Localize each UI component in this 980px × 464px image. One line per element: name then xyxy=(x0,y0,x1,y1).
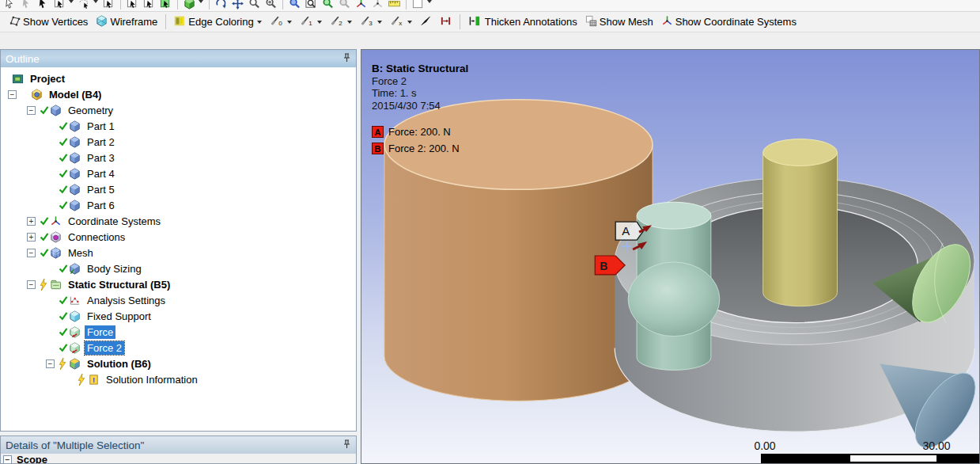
collapse-icon[interactable]: − xyxy=(8,90,17,99)
collapse-icon[interactable]: − xyxy=(27,106,36,115)
color-swatch-button[interactable] xyxy=(410,0,434,12)
tree-item-part-2[interactable]: Part 2 xyxy=(1,134,356,150)
tree-item-force-2[interactable]: Force 2 xyxy=(1,340,356,356)
show-vertices-button[interactable]: Show Vertices xyxy=(5,13,92,31)
tree-item-mesh[interactable]: −Mesh xyxy=(1,245,356,261)
edge-icon: x xyxy=(390,14,404,29)
ruler-button[interactable] xyxy=(386,0,403,12)
expand-icon[interactable]: + xyxy=(27,217,36,226)
dart-button[interactable] xyxy=(416,13,436,31)
tree-item-coordinate-systems[interactable]: +Coordinate Systems xyxy=(1,213,356,229)
show-coordinate-systems-label: Show Coordinate Systems xyxy=(675,16,796,28)
part-teal-cylinder[interactable] xyxy=(628,202,720,370)
tree-item-part-6[interactable]: Part 6 xyxy=(1,197,356,213)
status-check-icon xyxy=(40,232,49,242)
static-icon xyxy=(50,279,62,291)
analysis-icon xyxy=(69,295,81,306)
cube-select-green-button[interactable] xyxy=(181,0,206,12)
box-select-green-button[interactable] xyxy=(157,0,174,12)
rotate-icon xyxy=(215,0,227,12)
tree-item-body-sizing[interactable]: Body Sizing xyxy=(1,261,356,276)
tree-item-solution-b6[interactable]: −Solution (B6) xyxy=(1,356,356,371)
edge-icon: 2 xyxy=(330,14,344,29)
wireframe-button[interactable]: Wireframe xyxy=(92,13,161,31)
toolbar-separator xyxy=(406,0,407,10)
viewport-3d[interactable]: A B B: Static Structural Force 2 xyxy=(361,49,980,464)
tree-item-label: Solution (B6) xyxy=(85,357,153,371)
toolbar-gap xyxy=(0,32,980,49)
part-yellow-cylinder[interactable] xyxy=(763,139,838,306)
toolbar-separator xyxy=(177,0,178,10)
tree-item-force[interactable]: Force xyxy=(1,324,356,340)
edgex-button[interactable]: x xyxy=(386,13,416,31)
fixed-support-icon xyxy=(69,310,81,322)
edge3-button[interactable]: 3 xyxy=(356,13,386,31)
expand-icon[interactable]: + xyxy=(27,233,36,242)
show-coordinate-systems-button[interactable]: Show Coordinate Systems xyxy=(657,13,800,31)
toolbar-graphics: Show VerticesWireframeEdge Coloring0123x… xyxy=(0,12,980,32)
tree-item-connections[interactable]: +Connections xyxy=(1,229,356,245)
triad-gray-button[interactable] xyxy=(369,0,386,12)
tree-item-part-5[interactable]: Part 5 xyxy=(1,181,356,197)
triad-gray-icon xyxy=(372,0,384,12)
collapse-icon[interactable]: − xyxy=(27,280,36,289)
zoom-box-blue-icon xyxy=(289,0,301,12)
pan-button[interactable] xyxy=(229,0,246,12)
tree-item-geometry[interactable]: −Geometry xyxy=(1,102,356,118)
show-csys-icon xyxy=(661,15,673,29)
cursor-button[interactable] xyxy=(35,0,51,12)
zoom-gray-icon xyxy=(339,0,350,12)
tree-item-part-4[interactable]: Part 4 xyxy=(1,165,356,181)
triad-button[interactable] xyxy=(353,0,369,12)
zoom-in-button[interactable] xyxy=(263,0,279,12)
zoom-box-blue-button[interactable] xyxy=(286,0,303,12)
tree-item-fixed-support[interactable]: Fixed Support xyxy=(1,308,356,324)
thicken-annotations-label: Thicken Annotations xyxy=(485,16,577,28)
toolbar-main xyxy=(0,0,980,12)
flag-a-label: A xyxy=(622,224,630,238)
svg-text:2: 2 xyxy=(339,20,342,27)
tree-item-project[interactable]: Project xyxy=(1,70,356,86)
zoom-out-button[interactable] xyxy=(246,0,263,12)
zoom-window-button[interactable] xyxy=(303,0,320,12)
box-select-button[interactable] xyxy=(141,0,157,12)
outline-panel: Outline Project−Model (B4)−GeometryPart … xyxy=(0,49,357,432)
zoom-fit-green-button[interactable] xyxy=(320,0,336,12)
thicken-annotations-button[interactable]: Thicken Annotations xyxy=(464,13,581,31)
edge-coloring-button[interactable]: Edge Coloring xyxy=(170,13,265,31)
box-select-button[interactable] xyxy=(100,0,117,12)
tree-item-solution-information[interactable]: !Solution Information xyxy=(1,371,356,387)
box-select-button[interactable] xyxy=(124,0,141,12)
status-check-icon xyxy=(59,264,68,273)
box-select-green-icon xyxy=(160,0,172,12)
pin-icon[interactable] xyxy=(342,53,351,65)
expand-bars-button[interactable] xyxy=(436,13,456,31)
lasso-select-button[interactable] xyxy=(76,0,100,12)
pin-icon[interactable] xyxy=(342,439,351,451)
cursor-gray-button[interactable] xyxy=(18,0,35,12)
tree-item-label: Connections xyxy=(66,230,127,244)
edge0-button[interactable]: 0 xyxy=(266,13,296,31)
edge1-button[interactable]: 1 xyxy=(296,13,326,31)
zoom-gray-button[interactable] xyxy=(336,0,353,12)
collapse-icon[interactable]: − xyxy=(27,249,36,257)
details-row-scope[interactable]: − Scope xyxy=(1,454,356,464)
show-mesh-button[interactable]: Show Mesh xyxy=(581,13,657,31)
collapse-icon[interactable]: − xyxy=(3,455,12,464)
tree-item-static-structural-b5[interactable]: −Static Structural (B5) xyxy=(1,276,356,292)
expand-bars-icon xyxy=(440,15,452,29)
tree-item-model-b4[interactable]: −Model (B4) xyxy=(1,86,356,102)
cursor-outline-button[interactable] xyxy=(2,0,18,12)
tree-item-part-1[interactable]: Part 1 xyxy=(1,118,356,134)
analysis-line: 2015/4/30 7:54 xyxy=(372,100,468,112)
tree-item-part-3[interactable]: Part 3 xyxy=(1,150,356,165)
collapse-icon[interactable]: − xyxy=(46,359,55,368)
box-select-icon xyxy=(54,0,66,12)
triad-icon xyxy=(355,0,367,12)
edge2-button[interactable]: 2 xyxy=(326,13,356,31)
tree-item-analysis-settings[interactable]: Analysis Settings xyxy=(1,292,356,308)
rotate-button[interactable] xyxy=(213,0,229,12)
left-pane: Outline Project−Model (B4)−GeometryPart … xyxy=(0,49,357,464)
box-select-button[interactable] xyxy=(51,0,76,12)
cursor-outline-icon xyxy=(4,0,16,12)
